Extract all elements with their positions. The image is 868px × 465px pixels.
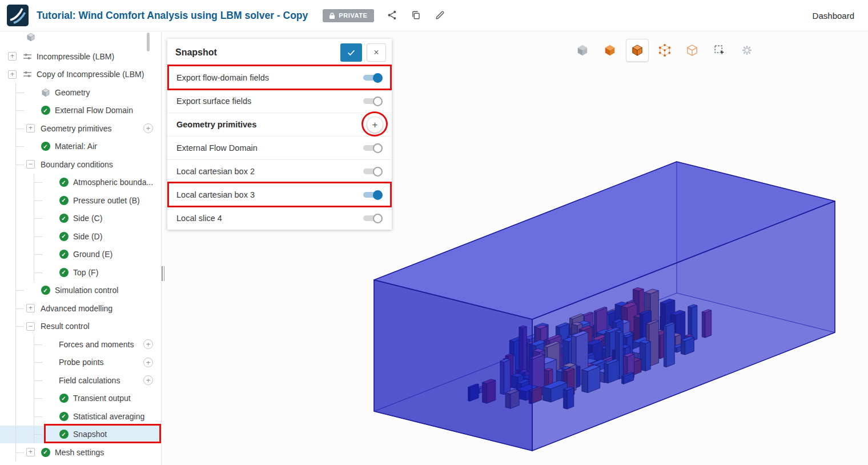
tree-item-statistical-averaging[interactable]: ✓Statistical averaging bbox=[0, 407, 161, 426]
viewport-toolbar bbox=[571, 39, 758, 62]
tree-item-geometry-primitives[interactable]: +Geometry primitives+ bbox=[0, 119, 161, 138]
dialog-row-local-cartesian-box-3: Local cartesian box 3 bbox=[167, 183, 392, 206]
add-button[interactable]: + bbox=[143, 123, 153, 133]
collapse-icon[interactable]: − bbox=[26, 160, 35, 169]
expander-spacer bbox=[45, 340, 53, 348]
expand-icon[interactable]: + bbox=[26, 124, 35, 133]
dialog-row-local-cartesian-box-2: Local cartesian box 2 bbox=[167, 159, 392, 183]
dashboard-link[interactable]: Dashboard bbox=[813, 11, 854, 21]
tree-item-snapshot[interactable]: ✓Snapshot bbox=[0, 426, 161, 444]
close-icon: × bbox=[373, 47, 379, 58]
expand-icon[interactable]: + bbox=[8, 52, 17, 61]
expand-icon[interactable]: + bbox=[26, 304, 35, 312]
tree-item-mesh-settings[interactable]: +✓Mesh settings bbox=[0, 443, 161, 462]
panel-resize-handle[interactable] bbox=[160, 266, 166, 281]
tree-item-incompressible-lbm[interactable]: +Incompressible (LBM) bbox=[0, 47, 161, 66]
toggle-export-flow-domain-fields[interactable] bbox=[363, 73, 383, 83]
tree-item-side-d[interactable]: ✓Side (D) bbox=[0, 227, 161, 246]
render-wireframe-button[interactable] bbox=[681, 39, 704, 62]
collapse-icon[interactable]: − bbox=[26, 322, 35, 331]
render-surfaces-edges-icon bbox=[631, 44, 644, 57]
dialog-header: Snapshot × bbox=[167, 39, 392, 66]
expander-spacer bbox=[45, 268, 53, 276]
lock-icon bbox=[329, 12, 335, 19]
tree-guide bbox=[8, 191, 26, 210]
tree-item-label: Incompressible (LBM) bbox=[37, 52, 114, 61]
check-icon: ✓ bbox=[59, 178, 69, 187]
rename-button[interactable] bbox=[435, 10, 446, 21]
add-button[interactable]: + bbox=[143, 375, 153, 385]
expand-icon[interactable]: + bbox=[26, 448, 35, 456]
tree-guide bbox=[8, 335, 26, 354]
tree-item-result-control[interactable]: −Result control bbox=[0, 318, 161, 336]
tree-guide bbox=[26, 174, 45, 192]
tree-item-label: Forces and moments bbox=[59, 340, 134, 349]
add-button[interactable]: + bbox=[143, 339, 153, 349]
tree-item-transient-output[interactable]: ✓Transient output bbox=[0, 390, 161, 408]
check-icon: ✓ bbox=[59, 411, 69, 421]
check-icon: ✓ bbox=[41, 447, 50, 457]
share-button[interactable] bbox=[387, 10, 398, 21]
tree-item-label: Ground (E) bbox=[73, 250, 112, 259]
duplicate-button[interactable] bbox=[411, 10, 422, 21]
check-icon: ✓ bbox=[59, 195, 69, 205]
tree-scrollbar-thumb[interactable] bbox=[147, 33, 150, 51]
toggle-local-cartesian-box-2[interactable] bbox=[363, 167, 383, 177]
expander-spacer bbox=[45, 232, 53, 240]
check-icon: ✓ bbox=[41, 106, 50, 115]
add-geometry-primitives-button[interactable]: + bbox=[367, 117, 383, 133]
tree-item-probe-points[interactable]: Probe points+ bbox=[0, 354, 161, 372]
tree-item-boundary-conditions[interactable]: −Boundary conditions bbox=[0, 155, 161, 174]
render-vertices-icon bbox=[658, 44, 671, 57]
tree-item-label: External Flow Domain bbox=[55, 106, 133, 115]
dialog-row-export-surface-fields: Export surface fields bbox=[167, 89, 392, 113]
render-solid-icon bbox=[576, 44, 589, 57]
toggle-local-cartesian-box-3[interactable] bbox=[363, 190, 383, 200]
box-select-button[interactable] bbox=[708, 39, 731, 62]
expander-spacer bbox=[45, 394, 53, 403]
tree-guide bbox=[26, 390, 45, 408]
tree-item-material-air[interactable]: ✓Material: Air bbox=[0, 138, 161, 156]
project-title: Tutorial: Wind Comfort Analysis using LB… bbox=[37, 10, 308, 22]
dialog-row-label: External Flow Domain bbox=[176, 143, 363, 153]
tree-item-advanced-modelling[interactable]: +Advanced modelling bbox=[0, 299, 161, 318]
toggle-external-flow-domain[interactable] bbox=[363, 143, 383, 153]
tree-item-atmospheric-bounda[interactable]: ✓Atmospheric bounda... bbox=[0, 174, 161, 192]
tree-item-field-calculations[interactable]: Field calculations+ bbox=[0, 371, 161, 390]
check-icon: ✓ bbox=[59, 214, 69, 223]
add-button[interactable]: + bbox=[143, 358, 153, 367]
tree-item-ground-e[interactable]: ✓Ground (E) bbox=[0, 246, 161, 264]
tree-guide bbox=[26, 263, 45, 282]
tree-guide bbox=[8, 426, 26, 444]
check-icon bbox=[347, 48, 356, 57]
simulation-icon bbox=[22, 70, 32, 79]
tree-guide bbox=[8, 282, 26, 300]
toggle-export-surface-fields[interactable] bbox=[363, 97, 383, 106]
viewport-settings-button[interactable] bbox=[736, 39, 758, 62]
tree-guide bbox=[8, 210, 26, 228]
tree-item-pressure-outlet-b[interactable]: ✓Pressure outlet (B) bbox=[0, 191, 161, 210]
simulation-tree: +Incompressible (LBM)+Copy of Incompress… bbox=[0, 31, 162, 465]
tree-item-side-c[interactable]: ✓Side (C) bbox=[0, 210, 161, 228]
toggle-local-slice-4[interactable] bbox=[363, 214, 383, 223]
tree-item-copy-of-incompressible-lbm[interactable]: +Copy of Incompressible (LBM) bbox=[0, 66, 161, 84]
render-solid-button[interactable] bbox=[571, 39, 594, 62]
geometry-icon bbox=[41, 87, 50, 97]
tree-guide bbox=[26, 227, 45, 246]
tree-item-simulation-control[interactable]: ✓Simulation control bbox=[0, 282, 161, 300]
tree-item-label: Boundary conditions bbox=[41, 160, 113, 169]
render-vertices-button[interactable] bbox=[653, 39, 676, 62]
app-logo[interactable] bbox=[7, 5, 29, 26]
dialog-row-local-slice-4: Local slice 4 bbox=[167, 206, 392, 230]
apply-button[interactable] bbox=[340, 43, 362, 62]
expand-icon[interactable]: + bbox=[8, 70, 17, 79]
tree-guide bbox=[8, 119, 26, 138]
tree-item-geometry[interactable]: Geometry bbox=[0, 83, 161, 102]
render-surfaces-edges-button[interactable] bbox=[626, 39, 649, 62]
tree-item-top-f[interactable]: ✓Top (F) bbox=[0, 263, 161, 282]
tree-item-external-flow-domain[interactable]: ✓External Flow Domain bbox=[0, 102, 161, 120]
render-surfaces-button[interactable] bbox=[598, 39, 621, 62]
toggle-knob bbox=[373, 143, 383, 153]
tree-item-forces-and-moments[interactable]: Forces and moments+ bbox=[0, 335, 161, 354]
close-button[interactable]: × bbox=[367, 43, 386, 62]
